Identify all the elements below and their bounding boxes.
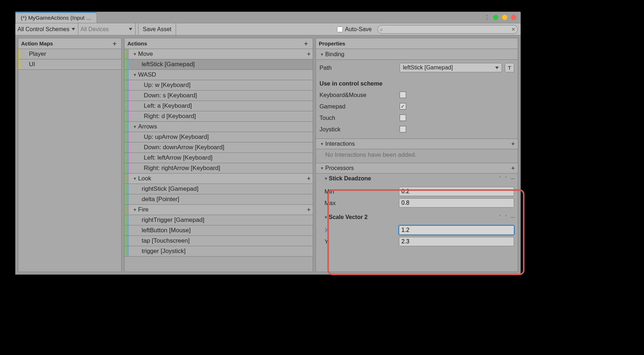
part-label: Up: w [Keyboard] xyxy=(143,82,313,89)
toolbar-spacer xyxy=(176,23,335,35)
interactions-section-label: Interactions xyxy=(325,141,355,147)
traffic-light-green[interactable] xyxy=(493,15,498,20)
add-processor-button[interactable]: + xyxy=(511,165,515,172)
binding-stripe xyxy=(127,184,129,194)
chevron-down-icon xyxy=(129,28,132,30)
search-input[interactable]: ⌕ ✕ xyxy=(377,25,518,34)
traffic-light-red[interactable] xyxy=(511,15,516,20)
composite-part-item[interactable]: Right: rightArrow [Keyboard] xyxy=(125,163,313,174)
part-stripe xyxy=(129,91,131,101)
scheme-row: Keyboard&Mouse xyxy=(319,89,514,101)
composite-item[interactable]: ▼Arrows xyxy=(125,122,313,132)
add-binding-button[interactable]: + xyxy=(305,206,313,213)
traffic-light-yellow[interactable] xyxy=(502,15,507,20)
scheme-checkbox[interactable] xyxy=(400,103,406,110)
field-input[interactable] xyxy=(399,225,514,235)
clear-search-icon[interactable]: ✕ xyxy=(511,26,516,32)
composite-part-item[interactable]: Down: downArrow [Keyboard] xyxy=(125,142,313,153)
processors-section-header[interactable]: ▼ Processors + xyxy=(316,163,518,174)
path-listen-button[interactable]: T xyxy=(505,63,514,72)
device-dropdown[interactable]: All Devices xyxy=(78,23,136,35)
autosave-toggle[interactable]: Auto-Save xyxy=(335,23,377,35)
composite-part-item[interactable]: Left: a [Keyboard] xyxy=(125,101,313,111)
binding-stripe xyxy=(127,59,129,69)
part-label: Down: s [Keyboard] xyxy=(143,92,313,99)
scheme-checkbox[interactable] xyxy=(400,115,406,121)
composite-part-item[interactable]: Up: w [Keyboard] xyxy=(125,80,313,91)
save-asset-button[interactable]: Save Asset xyxy=(138,23,176,35)
overflow-menu-icon[interactable]: ⋮ xyxy=(484,14,489,21)
binding-label: trigger [Joystick] xyxy=(141,248,313,255)
control-scheme-dropdown[interactable]: All Control Schemes xyxy=(15,23,78,35)
add-action-button[interactable] xyxy=(304,41,310,47)
add-action-map-button[interactable] xyxy=(113,41,118,47)
part-label: Up: upArrow [Keyboard] xyxy=(143,133,313,141)
composite-stripe xyxy=(127,70,129,80)
binding-item[interactable]: tap [Touchscreen] xyxy=(125,236,313,246)
path-row: Path leftStick [Gamepad] T xyxy=(319,62,514,73)
field-input[interactable] xyxy=(399,187,514,196)
binding-label: tap [Touchscreen] xyxy=(141,237,313,244)
binding-label: leftButton [Mouse] xyxy=(141,227,313,234)
binding-item[interactable]: leftButton [Mouse] xyxy=(125,225,313,236)
action-map-item[interactable]: Player xyxy=(18,49,121,59)
action-maps-header: Action Maps xyxy=(18,38,121,49)
move-down-icon[interactable]: ˅ xyxy=(505,215,507,220)
processor-body: XY xyxy=(316,222,518,251)
foldout-icon: ▼ xyxy=(132,208,137,212)
scheme-checkbox[interactable] xyxy=(400,92,406,98)
composite-part-item[interactable]: Left: leftArrow [Keyboard] xyxy=(125,153,313,163)
field-input[interactable] xyxy=(399,198,514,208)
binding-item[interactable]: leftStick [Gamepad] xyxy=(125,59,313,70)
toolbar-divider xyxy=(136,23,138,35)
binding-item[interactable]: trigger [Joystick] xyxy=(125,246,313,257)
window-title: (*) MyGameActions (Input … xyxy=(21,15,92,21)
binding-section-body: Path leftStick [Gamepad] T Use in contro… xyxy=(316,60,518,138)
move-up-icon[interactable]: ˄ xyxy=(499,215,501,220)
composite-part-item[interactable]: Up: upArrow [Keyboard] xyxy=(125,132,313,142)
actions-panel: Actions ▼Move+leftStick [Gamepad]▼WASDUp… xyxy=(124,38,313,272)
foldout-icon: ▼ xyxy=(323,176,329,181)
processor-header[interactable]: ▼Stick Deadzone˄˅— xyxy=(316,174,518,184)
processor-field-row: X xyxy=(325,224,514,236)
toolbar: All Control Schemes All Devices Save Ass… xyxy=(15,23,521,35)
binding-item[interactable]: delta [Pointer] xyxy=(125,194,313,205)
control-scheme-value: All Control Schemes xyxy=(18,26,69,33)
autosave-checkbox[interactable] xyxy=(337,26,343,32)
foldout-icon: ▼ xyxy=(132,73,137,77)
binding-stripe xyxy=(127,225,129,235)
binding-section-header[interactable]: ▼ Binding xyxy=(316,49,518,60)
action-map-item[interactable]: UI xyxy=(18,59,121,70)
part-stripe xyxy=(129,153,131,163)
action-item[interactable]: ▼Move+ xyxy=(125,49,313,59)
action-item[interactable]: ▼Look+ xyxy=(125,174,313,184)
binding-stripe xyxy=(127,194,129,204)
foldout-icon: ▼ xyxy=(132,52,137,56)
add-binding-button[interactable]: + xyxy=(305,175,313,182)
remove-icon[interactable]: — xyxy=(511,176,515,181)
composite-item[interactable]: ▼WASD xyxy=(125,70,313,80)
scheme-checkbox[interactable] xyxy=(400,126,406,132)
remove-icon[interactable]: — xyxy=(511,215,515,220)
composite-part-item[interactable]: Down: s [Keyboard] xyxy=(125,91,313,101)
search-box: ⌕ ✕ xyxy=(377,23,521,35)
window-tab[interactable]: (*) MyGameActions (Input … xyxy=(15,12,97,23)
properties-header: Properties xyxy=(316,38,518,49)
move-down-icon[interactable]: ˅ xyxy=(505,176,507,181)
move-up-icon[interactable]: ˄ xyxy=(499,176,501,181)
field-label: Max xyxy=(325,200,396,206)
composite-stripe xyxy=(127,122,129,132)
processor-field-row: Y xyxy=(325,236,514,247)
action-maps-list: PlayerUI xyxy=(18,49,121,272)
action-item[interactable]: ▼Fire+ xyxy=(125,205,313,215)
actions-tree: ▼Move+leftStick [Gamepad]▼WASDUp: w [Key… xyxy=(125,49,313,272)
processor-header[interactable]: ▼Scale Vector 2˄˅— xyxy=(316,212,518,222)
field-input[interactable] xyxy=(399,237,514,246)
binding-item[interactable]: rightStick [Gamepad] xyxy=(125,184,313,194)
path-dropdown[interactable]: leftStick [Gamepad] xyxy=(400,63,502,72)
binding-item[interactable]: rightTrigger [Gamepad] xyxy=(125,215,313,225)
composite-part-item[interactable]: Right: d [Keyboard] xyxy=(125,111,313,122)
add-binding-button[interactable]: + xyxy=(305,50,313,58)
add-interaction-button[interactable]: + xyxy=(511,140,515,147)
interactions-section-header[interactable]: ▼ Interactions + xyxy=(316,138,518,149)
